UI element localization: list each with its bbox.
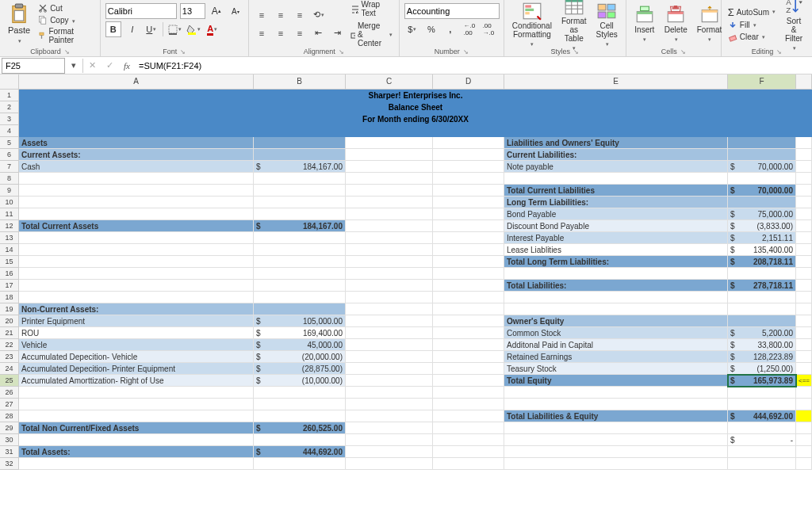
align-left-button[interactable]: ≡ — [254, 25, 270, 41]
cell[interactable] — [346, 244, 433, 256]
cell[interactable] — [796, 351, 812, 363]
cell[interactable] — [346, 185, 433, 197]
cell[interactable]: $33,800.00 — [728, 339, 796, 351]
number-format-select[interactable] — [404, 3, 500, 19]
format-painter-button[interactable]: Format Painter — [36, 26, 95, 45]
row-header[interactable]: 2 — [0, 101, 19, 113]
align-right-button[interactable]: ≡ — [292, 25, 308, 41]
cell[interactable] — [19, 173, 254, 185]
col-header-e[interactable]: E — [504, 74, 728, 89]
cell[interactable] — [19, 280, 254, 292]
col-header-b[interactable]: B — [254, 74, 346, 89]
cell[interactable] — [433, 185, 504, 197]
increase-font-button[interactable]: A▴ — [209, 3, 224, 19]
bold-button[interactable]: B — [105, 21, 121, 37]
row-header[interactable]: 16 — [0, 268, 19, 280]
cell[interactable] — [433, 375, 504, 387]
cell[interactable] — [796, 256, 812, 268]
row-header[interactable]: 23 — [0, 351, 19, 363]
wrap-text-button[interactable]: Wrap Text — [349, 0, 394, 18]
format-as-table-button[interactable]: Format as Table — [558, 0, 590, 53]
fx-button[interactable]: fx — [118, 58, 136, 74]
cell[interactable] — [346, 422, 433, 434]
cell[interactable]: Total Current Assets — [19, 220, 254, 232]
title-cell[interactable] — [19, 125, 812, 137]
cell[interactable] — [346, 387, 433, 399]
cell[interactable] — [796, 185, 812, 197]
decrease-indent-button[interactable]: ⇤ — [311, 25, 327, 41]
cell[interactable]: $260,525.00 — [254, 422, 346, 434]
cell[interactable]: $135,400.00 — [728, 244, 796, 256]
cell[interactable] — [433, 422, 504, 434]
cell[interactable]: Vehicle — [19, 339, 254, 351]
cell[interactable] — [796, 280, 812, 292]
cell[interactable] — [346, 351, 433, 363]
row-header[interactable]: 18 — [0, 292, 19, 303]
row-header[interactable]: 1 — [0, 90, 19, 101]
cell[interactable]: $5,200.00 — [728, 327, 796, 339]
cell[interactable] — [254, 387, 346, 399]
cell[interactable] — [346, 375, 433, 387]
cell[interactable] — [433, 351, 504, 363]
cell[interactable]: $70,000.00 — [728, 185, 796, 197]
cell[interactable] — [433, 232, 504, 244]
currency-button[interactable]: $ — [404, 21, 420, 37]
formula-input[interactable] — [136, 58, 812, 74]
cell[interactable] — [796, 339, 812, 351]
row-header[interactable]: 19 — [0, 303, 19, 315]
cell[interactable]: $(20,000.00) — [254, 351, 346, 363]
cell[interactable] — [254, 434, 346, 446]
cell[interactable] — [19, 268, 254, 280]
cell[interactable]: Note payable — [504, 161, 728, 173]
cell[interactable]: Owner's Equity — [504, 315, 728, 327]
decrease-decimal-button[interactable]: .00→.0 — [481, 21, 496, 37]
row-header[interactable]: 31 — [0, 446, 19, 458]
underline-button[interactable]: U — [144, 21, 159, 37]
cell[interactable] — [433, 268, 504, 280]
cell[interactable] — [504, 268, 728, 280]
insert-button[interactable]: Insert — [631, 3, 658, 44]
cell[interactable]: Total Long Term Liabilities: — [504, 256, 728, 268]
cell[interactable]: $(3,833.00) — [728, 220, 796, 232]
cell[interactable] — [433, 197, 504, 208]
comma-button[interactable]: , — [442, 21, 458, 37]
border-button[interactable] — [167, 21, 182, 37]
cell[interactable]: Non-Current Assets: — [19, 303, 254, 315]
cell[interactable]: Total Non Current/Fixed Assets — [19, 422, 254, 434]
cell[interactable] — [433, 149, 504, 161]
cell[interactable] — [796, 161, 812, 173]
cell[interactable] — [254, 232, 346, 244]
cell[interactable]: $(28,875.00) — [254, 363, 346, 375]
cell[interactable] — [796, 137, 812, 149]
cell[interactable] — [796, 458, 812, 470]
cell[interactable] — [19, 399, 254, 410]
cell[interactable] — [504, 446, 728, 458]
cell[interactable] — [796, 387, 812, 399]
cell[interactable] — [728, 387, 796, 399]
clear-button[interactable]: Clear — [726, 32, 777, 43]
cell[interactable] — [346, 161, 433, 173]
cell[interactable] — [433, 280, 504, 292]
cell[interactable]: $169,400.00 — [254, 327, 346, 339]
percent-button[interactable]: % — [423, 21, 439, 37]
cell[interactable] — [19, 185, 254, 197]
cell[interactable] — [504, 399, 728, 410]
cell[interactable]: Discount Bond Payable — [504, 220, 728, 232]
increase-decimal-button[interactable]: ←.0.00 — [462, 21, 477, 37]
cell[interactable] — [254, 268, 346, 280]
row-header[interactable]: 5 — [0, 137, 19, 149]
align-middle-button[interactable]: ≡ — [273, 7, 289, 23]
cell[interactable] — [346, 363, 433, 375]
cell[interactable] — [728, 292, 796, 303]
cell[interactable]: Current Assets: — [19, 149, 254, 161]
cell[interactable] — [796, 422, 812, 434]
cell[interactable] — [728, 268, 796, 280]
cell[interactable] — [504, 173, 728, 185]
cell[interactable] — [433, 363, 504, 375]
align-top-button[interactable]: ≡ — [254, 7, 270, 23]
cell[interactable]: Long Term Liabilities: — [504, 197, 728, 208]
cell[interactable] — [728, 137, 796, 149]
cell[interactable] — [728, 315, 796, 327]
cell[interactable] — [433, 387, 504, 399]
cell[interactable]: Current Liabilities: — [504, 149, 728, 161]
